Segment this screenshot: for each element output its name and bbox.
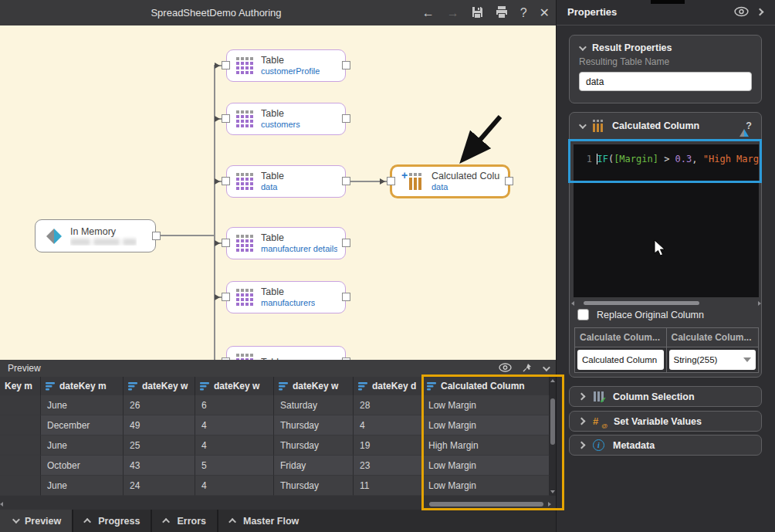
section-set-variable-values[interactable]: #@ Set Variable Values <box>569 411 762 432</box>
scrollbar-thumb[interactable] <box>429 502 543 507</box>
replace-original-column-checkbox[interactable] <box>577 309 589 320</box>
table-cell: Low Margin <box>422 415 550 435</box>
column-header[interactable]: dateKey w <box>124 377 195 395</box>
column-header[interactable]: Calculated Column <box>422 377 550 395</box>
collapse-preview-icon[interactable] <box>543 364 550 371</box>
node-table-manufacturer-details[interactable]: Tablemanufacturer details... <box>226 227 346 259</box>
preview-panel: Preview Key mdateKey mdateKey wdateKey w… <box>0 360 556 510</box>
pin-icon[interactable] <box>523 361 532 375</box>
section-metadata[interactable]: i Metadata <box>569 435 762 456</box>
scrollbar-thumb[interactable] <box>550 398 555 445</box>
output-port[interactable] <box>342 114 350 123</box>
grid-column-header: Calculate Colum... <box>667 328 759 347</box>
scroll-up-arrow[interactable] <box>550 379 555 382</box>
table-row[interactable]: June266Saturday28Low Margin <box>0 395 550 415</box>
collapse-panel-icon[interactable] <box>756 8 764 16</box>
chevron-down-icon <box>12 516 20 524</box>
node-subtitle: data <box>261 182 284 192</box>
input-port[interactable] <box>222 239 230 247</box>
table-cell: 5 <box>195 456 274 476</box>
chevron-up-icon <box>228 518 236 526</box>
table-cell: 43 <box>124 456 195 476</box>
window-title: SpreadSheetDemo Authoring <box>100 0 332 25</box>
node-table-manufacturers[interactable]: Tablemanufacturers <box>226 281 346 313</box>
table-cell: 26 <box>124 395 195 415</box>
calculated-column-card: Calculated Column ? PQL 1IF([Margin] > 0… <box>569 112 762 378</box>
in-memory-icon <box>45 227 63 246</box>
section-column-selection[interactable]: ✓ Column Selection <box>569 386 762 407</box>
output-port[interactable] <box>342 61 350 69</box>
scroll-down-arrow[interactable] <box>550 490 555 493</box>
node-title: Table <box>261 108 300 119</box>
resulting-table-name-input[interactable] <box>579 72 752 91</box>
input-port[interactable] <box>222 293 230 301</box>
column-header[interactable]: dateKey w <box>274 377 354 395</box>
scroll-left-arrow[interactable] <box>0 502 3 507</box>
bottom-tab-bar: Preview Progress Errors Master Flow <box>0 510 556 532</box>
table-icon <box>236 110 254 128</box>
table-cell <box>0 395 41 415</box>
editor-horizontal-scrollbar[interactable] <box>576 300 758 306</box>
input-port[interactable] <box>387 177 395 185</box>
formula-editor[interactable]: 1IF([Margin] > 0.3, "High Marg <box>574 144 759 297</box>
calculated-column-header[interactable]: Calculated Column ? <box>570 113 761 135</box>
tab-errors[interactable]: Errors <box>152 510 217 532</box>
table-row[interactable]: June254Thursday19High Margin <box>0 435 550 456</box>
table-cell: 49 <box>124 415 195 435</box>
node-in-memory[interactable]: In Memory <box>35 219 156 252</box>
tab-master-flow[interactable]: Master Flow <box>218 510 556 532</box>
input-port[interactable] <box>222 177 230 185</box>
result-properties-header[interactable]: Result Properties <box>570 36 761 56</box>
connector-arrowhead <box>215 240 220 246</box>
input-port[interactable] <box>222 61 230 69</box>
column-header[interactable]: dateKey m <box>41 377 124 395</box>
back-icon[interactable]: ← <box>422 7 435 19</box>
column-header[interactable]: dateKey w <box>195 377 274 395</box>
data-type-dropdown[interactable]: String(255) <box>669 350 756 370</box>
table-row[interactable]: June244Thursday11Low Margin <box>0 476 550 496</box>
scroll-right-arrow[interactable] <box>548 502 551 507</box>
tab-progress[interactable]: Progress <box>73 510 151 532</box>
input-port[interactable] <box>222 114 230 123</box>
flow-canvas[interactable]: TablecustomerProfile Tablecustomers Tabl… <box>0 25 556 360</box>
node-subtitle: manufacturers <box>261 298 315 308</box>
output-port[interactable] <box>505 177 513 185</box>
print-icon[interactable] <box>496 6 508 20</box>
output-port[interactable] <box>342 177 350 185</box>
scrollbar-thumb[interactable] <box>584 301 699 305</box>
output-port[interactable] <box>342 293 350 301</box>
node-calculated-column[interactable]: + Calculated Colum...data <box>390 164 510 198</box>
node-table-clipped[interactable]: Table <box>226 346 346 360</box>
table-row[interactable]: October435Friday23Low Margin <box>0 456 550 476</box>
close-icon[interactable]: ✕ <box>540 7 550 19</box>
table-cell: 4 <box>354 415 422 435</box>
help-icon[interactable]: ? <box>520 7 527 19</box>
scroll-right-arrow[interactable] <box>758 301 761 306</box>
tab-preview[interactable]: Preview <box>0 510 72 532</box>
table-row[interactable]: December494Thursday4Low Margin <box>0 415 550 435</box>
table-cell: Thursday <box>274 415 354 435</box>
chevron-down-icon <box>743 357 751 362</box>
preview-table-header: Key mdateKey mdateKey wdateKey wdateKey … <box>0 377 550 395</box>
table-cell: High Margin <box>422 435 550 456</box>
table-cell: June <box>41 435 124 456</box>
column-name-field[interactable]: Calculated Column <box>577 350 664 370</box>
save-icon[interactable] <box>472 6 483 20</box>
output-port[interactable] <box>342 239 350 247</box>
eye-icon[interactable] <box>734 6 749 20</box>
preview-horizontal-scrollbar[interactable] <box>3 501 550 507</box>
column-header[interactable]: Key m <box>0 377 41 395</box>
table-cell <box>0 476 41 496</box>
node-table-data[interactable]: Tabledata <box>226 165 346 198</box>
node-table-customers[interactable]: Tablecustomers <box>226 103 346 135</box>
eye-icon[interactable] <box>499 361 512 375</box>
table-cell: 4 <box>195 476 274 496</box>
node-table-customerProfile[interactable]: TablecustomerProfile <box>226 49 346 82</box>
table-cell: Friday <box>274 456 354 476</box>
output-port[interactable] <box>152 232 161 240</box>
scroll-left-arrow[interactable] <box>571 301 574 306</box>
table-icon <box>236 173 254 191</box>
column-header[interactable]: dateKey d <box>354 377 422 395</box>
table-icon <box>236 354 254 361</box>
preview-vertical-scrollbar[interactable] <box>550 377 556 496</box>
